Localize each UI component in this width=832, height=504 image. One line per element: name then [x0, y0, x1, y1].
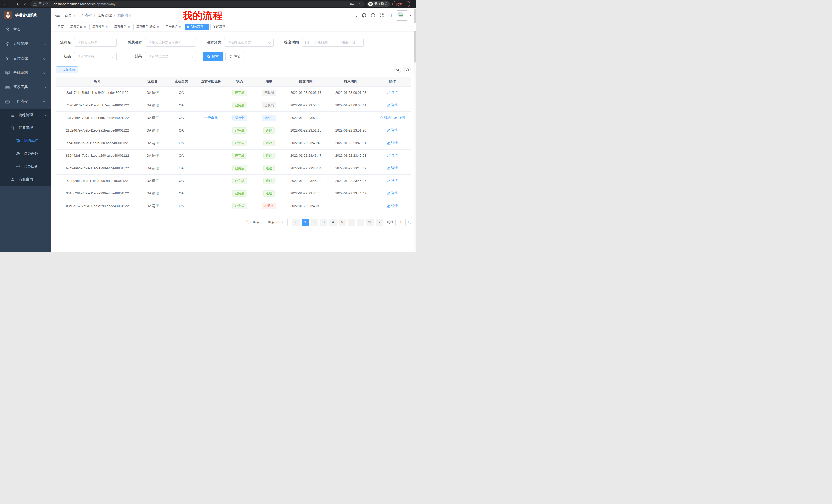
search-button[interactable]: 搜索 [203, 52, 223, 61]
tab-首页[interactable]: 首页 [55, 24, 66, 30]
close-icon[interactable]: × [106, 25, 107, 29]
status-select[interactable]: 请选择状态 [74, 52, 117, 61]
close-icon[interactable]: × [128, 25, 130, 29]
table-header-row: 编号流程名流程分类当前审批任务状态结果提交时间结束时间操作 [56, 77, 411, 86]
tab-流程表单[interactable]: 流程表单× [111, 24, 132, 30]
page-button-2[interactable]: 2 [311, 219, 318, 226]
task-link[interactable]: 一级审批 [204, 116, 217, 120]
avatar[interactable] [397, 10, 407, 21]
tab-流程表单-编辑[interactable]: 流程表单-编辑× [133, 24, 161, 30]
github-icon[interactable] [362, 13, 366, 18]
tags-view: 首页流程定义×流程模型×流程表单×流程表单-编辑×用户分组×我的流程×发起流程× [51, 23, 416, 31]
prev-page-button[interactable] [292, 219, 300, 226]
close-icon[interactable]: × [84, 25, 86, 29]
close-icon[interactable]: × [157, 25, 159, 29]
font-size-icon[interactable]: TT [388, 13, 392, 18]
取消-link[interactable]: 取消 [380, 115, 391, 120]
toggle-search-button[interactable] [394, 66, 401, 73]
sidebar-collapse-icon[interactable] [55, 13, 60, 18]
content: 流程名 所属流程 流程分类 请选择流程分类 [51, 31, 416, 252]
sidebar-item-工作流程[interactable]: 工作流程 [0, 94, 51, 109]
tab-流程模型[interactable]: 流程模型× [89, 24, 110, 30]
page-button-3[interactable]: 3 [320, 219, 327, 226]
close-icon[interactable]: × [179, 25, 181, 29]
sidebar-item-请假查询[interactable]: 请假查询 [0, 173, 51, 186]
update-button[interactable]: 更新 ⋮ [392, 1, 410, 7]
result-select[interactable]: 请选择流结果 [145, 52, 196, 61]
caret-down-icon[interactable]: ▾ [410, 13, 411, 17]
close-icon[interactable]: × [205, 25, 206, 29]
sidebar-logo[interactable]: 芋道管理系统 [0, 8, 51, 22]
trash-icon [380, 116, 383, 119]
sidebar-item-待办任务[interactable]: 待办任务 [0, 147, 51, 160]
详情-link[interactable]: 详情 [387, 191, 398, 195]
back-button[interactable]: ← [2, 0, 9, 8]
sidebar-item-支付管理[interactable]: ¥支付管理 [0, 51, 51, 65]
create-process-button[interactable]: + 发起流程 [56, 66, 78, 74]
sidebar-item-基础设施[interactable]: 基础设施 [0, 65, 51, 80]
process-def-input[interactable] [145, 38, 196, 47]
sidebar-item-我的流程[interactable]: 我的流程 [0, 134, 51, 147]
refresh-table-button[interactable] [404, 66, 411, 73]
详情-link[interactable]: 详情 [387, 128, 398, 133]
table-row: ec45f38f-7b9a-11ec-b03b-acde48001122OA 请… [56, 137, 411, 149]
next-page-button[interactable] [375, 219, 383, 226]
breadcrumb-item[interactable]: 工作流程 [77, 13, 92, 18]
tab-流程定义[interactable]: 流程定义× [68, 24, 88, 30]
breadcrumb-item[interactable]: 首页 [64, 13, 72, 18]
page-button-6[interactable]: 6 [348, 219, 355, 226]
详情-link[interactable]: 详情 [394, 115, 405, 120]
browser-menu-icon[interactable]: ⋮ [405, 2, 408, 6]
process-name-cell: OA 请假 [139, 149, 166, 162]
tab-我的流程[interactable]: 我的流程× [185, 24, 209, 30]
详情-link[interactable]: 详情 [387, 103, 398, 107]
address-bar[interactable]: 不安全 dashboard.yudao.iocoder.cn/bpm/task/… [30, 1, 365, 7]
submit-time-cell: 2022-01-22 23:53:32 [284, 111, 327, 124]
forward-button[interactable]: → [9, 0, 16, 8]
sidebar-item-系统管理[interactable]: 系统管理 [0, 37, 51, 51]
create-process-label: 发起流程 [62, 68, 75, 72]
broken-image-icon [398, 11, 404, 17]
page-scrollbar[interactable] [414, 8, 416, 252]
tab-label: 我的流程 [191, 25, 203, 29]
详情-link[interactable]: 详情 [387, 141, 398, 145]
page-size-select[interactable]: 10条/页 [263, 219, 288, 226]
sidebar-item-任务管理[interactable]: 任务管理 [0, 121, 51, 134]
process-name-input[interactable] [74, 38, 117, 47]
status-badge: 已完成 [232, 140, 247, 146]
close-icon[interactable]: × [227, 25, 228, 29]
tab-发起流程[interactable]: 发起流程× [210, 24, 231, 30]
tab-用户分组[interactable]: 用户分组× [163, 24, 183, 30]
详情-link[interactable]: 详情 [387, 153, 398, 158]
sidebar-item-研发工具[interactable]: 研发工具 [0, 80, 51, 94]
fullscreen-icon[interactable] [380, 13, 384, 18]
column-header: 状态 [226, 77, 254, 86]
key-icon[interactable] [350, 2, 354, 6]
search-icon[interactable] [353, 13, 357, 18]
page-button-1[interactable]: 1 [302, 219, 309, 226]
submit-time-range-picker[interactable]: 开始日期 - 结束日期 [302, 38, 364, 47]
more-pages-button[interactable]: ••• [357, 219, 364, 226]
reload-button[interactable] [16, 2, 22, 6]
status-badge: 已完成 [232, 152, 247, 159]
reset-button[interactable]: 重置 [226, 52, 245, 61]
page-button-4[interactable]: 4 [329, 219, 337, 226]
scrollbar-thumb[interactable] [414, 9, 416, 63]
breadcrumb-item[interactable]: 任务管理 [98, 13, 112, 18]
sidebar-item-首页[interactable]: 首页 [0, 22, 51, 37]
page-button-11[interactable]: 11 [366, 219, 373, 226]
page-button-5[interactable]: 5 [339, 219, 346, 226]
sidebar-item-流程管理[interactable]: 流程管理 [0, 109, 51, 121]
category-select[interactable]: 请选择流程分类 [224, 38, 274, 47]
详情-link[interactable]: 详情 [387, 178, 398, 183]
详情-link[interactable]: 详情 [387, 166, 398, 170]
详情-link[interactable]: 详情 [387, 203, 398, 208]
详情-link[interactable]: 详情 [387, 90, 398, 95]
bookmark-star-icon[interactable]: ☆ [358, 2, 362, 6]
result-badge: 通过 [263, 178, 275, 184]
goto-page-input[interactable] [395, 219, 406, 226]
sidebar-item-已办任务[interactable]: 已办任务 [0, 160, 51, 173]
home-button[interactable]: ⌂ [22, 0, 29, 8]
current-task-cell [196, 149, 226, 162]
help-icon[interactable]: ? [371, 13, 375, 18]
